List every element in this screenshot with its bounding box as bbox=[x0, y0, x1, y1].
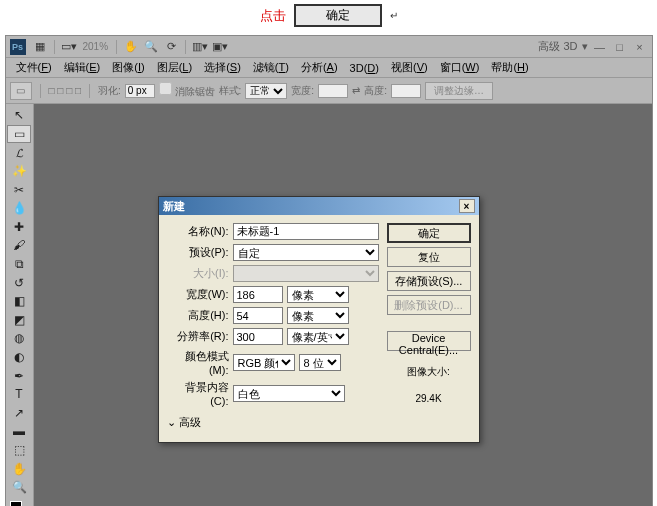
type-tool[interactable]: T bbox=[7, 385, 31, 404]
dodge-tool[interactable]: ◐ bbox=[7, 348, 31, 367]
reset-button[interactable]: 复位 bbox=[387, 247, 471, 267]
name-input[interactable] bbox=[233, 223, 379, 240]
style-label: 样式: bbox=[219, 84, 242, 98]
move-tool[interactable]: ↖ bbox=[7, 106, 31, 125]
save-preset-button[interactable]: 存储预设(S)... bbox=[387, 271, 471, 291]
gradient-tool[interactable]: ◩ bbox=[7, 311, 31, 330]
style-select[interactable]: 正常 bbox=[245, 83, 287, 99]
blur-tool[interactable]: ◍ bbox=[7, 329, 31, 348]
mode-select[interactable]: RGB 颜色 bbox=[233, 354, 295, 371]
heal-tool[interactable]: ✚ bbox=[7, 218, 31, 237]
path-tool[interactable]: ↗ bbox=[7, 404, 31, 423]
arrange-icon[interactable]: ▥▾ bbox=[191, 39, 209, 55]
annotation-text: 点击 bbox=[260, 7, 286, 25]
menubar: 文件(F) 编辑(E) 图像(I) 图层(L) 选择(S) 滤镜(T) 分析(A… bbox=[6, 58, 652, 78]
history-brush-tool[interactable]: ↺ bbox=[7, 273, 31, 292]
hand-tool[interactable]: ✋ bbox=[7, 459, 31, 478]
height-input[interactable] bbox=[233, 307, 283, 324]
wand-tool[interactable]: ✨ bbox=[7, 162, 31, 181]
delete-preset-button: 删除预设(D)... bbox=[387, 295, 471, 315]
cursor-icon: ↵ bbox=[390, 10, 398, 21]
menu-3d[interactable]: 3D(D) bbox=[344, 60, 385, 76]
menu-window[interactable]: 窗口(W) bbox=[434, 58, 486, 77]
menu-view[interactable]: 视图(V) bbox=[385, 58, 434, 77]
lasso-tool[interactable]: 𝓛 bbox=[7, 143, 31, 162]
zoom-tool[interactable]: 🔍 bbox=[7, 478, 31, 497]
annotation-ok-button: 确定 bbox=[294, 4, 382, 27]
toolbox: ↖ ▭ 𝓛 ✨ ✂ 💧 ✚ 🖌 ⧉ ↺ ◧ ◩ ◍ ◐ ✒ T ↗ ▬ ⬚ ✋ … bbox=[6, 104, 34, 506]
pen-tool[interactable]: ✒ bbox=[7, 366, 31, 385]
advanced-toggle[interactable]: ⌄ 高级 bbox=[167, 411, 379, 434]
minimize-button[interactable]: — bbox=[592, 40, 608, 54]
bg-label: 背景内容(C): bbox=[167, 380, 229, 407]
bridge-icon[interactable]: ▦ bbox=[31, 39, 49, 55]
eraser-tool[interactable]: ◧ bbox=[7, 292, 31, 311]
ok-button[interactable]: 确定 bbox=[387, 223, 471, 243]
crop-tool[interactable]: ✂ bbox=[7, 180, 31, 199]
device-central-button[interactable]: Device Central(E)... bbox=[387, 331, 471, 351]
menu-help[interactable]: 帮助(H) bbox=[485, 58, 534, 77]
name-label: 名称(N): bbox=[167, 224, 229, 239]
preset-label: 预设(P): bbox=[167, 245, 229, 260]
feather-input[interactable] bbox=[125, 84, 155, 98]
bg-select[interactable]: 白色 bbox=[233, 385, 345, 402]
chevron-icon: ⌄ bbox=[167, 416, 176, 428]
photoshop-icon: Ps bbox=[10, 39, 26, 55]
height-unit-select[interactable]: 像素 bbox=[287, 307, 349, 324]
menu-analysis[interactable]: 分析(A) bbox=[295, 58, 344, 77]
antialias-checkbox: 消除锯齿 bbox=[159, 82, 215, 99]
depth-select[interactable]: 8 位 bbox=[299, 354, 341, 371]
maximize-button[interactable]: □ bbox=[612, 40, 628, 54]
width-input[interactable] bbox=[233, 286, 283, 303]
options-bar: ▭ □ □ □ □ 羽化: 消除锯齿 样式: 正常 宽度: ⇄ 高度: 调整边缘… bbox=[6, 78, 652, 104]
width-unit-select[interactable]: 像素 bbox=[287, 286, 349, 303]
close-button[interactable]: × bbox=[632, 40, 648, 54]
zoom-dropdown-icon[interactable]: ▭▾ bbox=[60, 39, 78, 55]
photoshop-window: Ps ▦ ▭▾ 201% ✋ 🔍 ⟳ ▥▾ ▣▾ 高级 3D ▾ — □ × 文… bbox=[5, 35, 653, 506]
height-label: 高度(H): bbox=[167, 308, 229, 323]
res-input[interactable] bbox=[233, 328, 283, 345]
opt-height-input[interactable] bbox=[391, 84, 421, 98]
workspace-dropdown-icon[interactable]: ▾ bbox=[582, 40, 588, 53]
preset-select[interactable]: 自定 bbox=[233, 244, 379, 261]
res-unit-select[interactable]: 像素/英寸 bbox=[287, 328, 349, 345]
workspace-label[interactable]: 高级 3D bbox=[538, 39, 577, 54]
zoom-icon[interactable]: 🔍 bbox=[142, 39, 160, 55]
hand-icon[interactable]: ✋ bbox=[122, 39, 140, 55]
color-swatch[interactable] bbox=[10, 501, 28, 507]
mode-label: 颜色模式(M): bbox=[167, 349, 229, 376]
size-label: 大小(I): bbox=[167, 266, 229, 281]
dialog-title: 新建 bbox=[163, 199, 185, 214]
annotation-row: 点击 确定 ↵ bbox=[0, 0, 657, 35]
menu-select[interactable]: 选择(S) bbox=[198, 58, 247, 77]
marquee-mode-group[interactable]: □ □ □ □ bbox=[49, 85, 82, 96]
stamp-tool[interactable]: ⧉ bbox=[7, 255, 31, 274]
opt-height-label: 高度: bbox=[364, 84, 387, 98]
shape-tool[interactable]: ▬ bbox=[7, 422, 31, 441]
3d-tool[interactable]: ⬚ bbox=[7, 441, 31, 460]
brush-tool[interactable]: 🖌 bbox=[7, 236, 31, 255]
titlebar: Ps ▦ ▭▾ 201% ✋ 🔍 ⟳ ▥▾ ▣▾ 高级 3D ▾ — □ × bbox=[6, 36, 652, 58]
tool-preset-icon[interactable]: ▭ bbox=[10, 82, 32, 100]
opt-width-label: 宽度: bbox=[291, 84, 314, 98]
dialog-close-button[interactable]: × bbox=[459, 199, 475, 213]
size-select bbox=[233, 265, 379, 282]
refine-edge-button[interactable]: 调整边缘… bbox=[425, 82, 493, 100]
menu-edit[interactable]: 编辑(E) bbox=[58, 58, 107, 77]
menu-image[interactable]: 图像(I) bbox=[106, 58, 150, 77]
menu-file[interactable]: 文件(F) bbox=[10, 58, 58, 77]
screenmode-icon[interactable]: ▣▾ bbox=[211, 39, 229, 55]
menu-layer[interactable]: 图层(L) bbox=[151, 58, 198, 77]
menu-filter[interactable]: 滤镜(T) bbox=[247, 58, 295, 77]
marquee-tool[interactable]: ▭ bbox=[7, 125, 31, 144]
width-label: 宽度(W): bbox=[167, 287, 229, 302]
zoom-percent: 201% bbox=[83, 41, 109, 52]
swap-icon[interactable]: ⇄ bbox=[352, 85, 360, 96]
filesize-label: 图像大小: bbox=[387, 365, 471, 379]
opt-width-input[interactable] bbox=[318, 84, 348, 98]
rotate-icon[interactable]: ⟳ bbox=[162, 39, 180, 55]
dialog-titlebar[interactable]: 新建 × bbox=[159, 197, 479, 215]
feather-label: 羽化: bbox=[98, 84, 121, 98]
eyedropper-tool[interactable]: 💧 bbox=[7, 199, 31, 218]
res-label: 分辨率(R): bbox=[167, 329, 229, 344]
